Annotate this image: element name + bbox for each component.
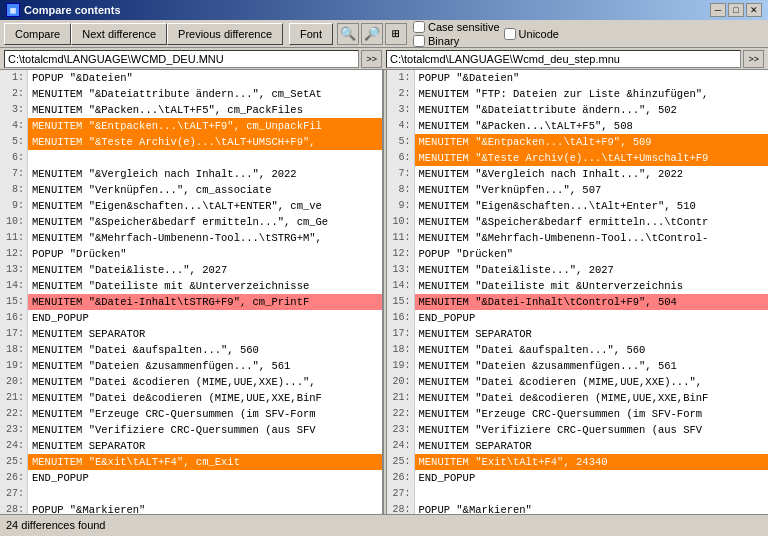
line-number: 25: xyxy=(387,454,415,470)
line-number: 5: xyxy=(387,134,415,150)
compare-button[interactable]: Compare xyxy=(4,23,71,45)
table-row: 10: MENUITEM "&Speicher&bedarf ermitteln… xyxy=(387,214,769,230)
line-content: MENUITEM "Datei &codieren (MIME,UUE,XXE)… xyxy=(28,374,316,390)
table-row: 26:END_POPUP xyxy=(0,470,382,486)
table-row: 3: MENUITEM "&Packen...\tALT+F5", cm_Pac… xyxy=(0,102,382,118)
line-content: MENUITEM "&Mehrfach-Umbenenn-Tool...\tCo… xyxy=(415,230,709,246)
unicode-checkbox[interactable] xyxy=(504,28,516,40)
line-number: 27: xyxy=(387,486,415,502)
line-content: MENUITEM SEPARATOR xyxy=(415,326,532,342)
line-number: 28: xyxy=(387,502,415,514)
font-button[interactable]: Font xyxy=(289,23,333,45)
line-number: 18: xyxy=(0,342,28,358)
search-prev-icon-btn[interactable]: 🔎 xyxy=(361,23,383,45)
line-number: 25: xyxy=(0,454,28,470)
grid-icon-btn[interactable]: ⊞ xyxy=(385,23,407,45)
table-row: 5: MENUITEM "&Teste Archiv(e)...\tALT+UM… xyxy=(0,134,382,150)
line-content: END_POPUP xyxy=(415,470,476,486)
line-number: 27: xyxy=(0,486,28,502)
table-row: 16: END_POPUP xyxy=(387,310,769,326)
line-number: 28: xyxy=(0,502,28,514)
line-content: MENUITEM "&Mehrfach-Umbenenn-Tool...\tST… xyxy=(28,230,322,246)
line-number: 11: xyxy=(0,230,28,246)
line-number: 16: xyxy=(387,310,415,326)
line-content: MENUITEM "Dateiliste mit &Unterverzeichn… xyxy=(415,278,684,294)
left-path-input[interactable] xyxy=(4,50,359,68)
table-row: 22: MENUITEM "Erzeuge CRC-Quersummen (im… xyxy=(0,406,382,422)
line-content: MENUITEM "Erzeuge CRC-Quersummen (im SFV… xyxy=(28,406,316,422)
line-content xyxy=(415,486,419,502)
line-content xyxy=(28,150,32,166)
line-number: 3: xyxy=(0,102,28,118)
line-number: 6: xyxy=(0,150,28,166)
line-content: MENUITEM "Datei de&codieren (MIME,UUE,XX… xyxy=(28,390,322,406)
line-number: 12: xyxy=(0,246,28,262)
table-row: 5: MENUITEM "&Entpacken...\tAlt+F9", 509 xyxy=(387,134,769,150)
case-sensitive-label[interactable]: Case sensitive xyxy=(413,21,500,33)
table-row: 2: MENUITEM "FTP: Dateien zur Liste &hin… xyxy=(387,86,769,102)
line-number: 22: xyxy=(387,406,415,422)
table-row: 13: MENUITEM "Datei&liste...", 2027 xyxy=(387,262,769,278)
table-row: 25: MENUITEM "Exit\tAlt+F4", 24340 xyxy=(387,454,769,470)
line-number: 8: xyxy=(0,182,28,198)
line-content: MENUITEM "Erzeuge CRC-Quersummen (im SFV… xyxy=(415,406,703,422)
path-bar: >> >> xyxy=(0,48,768,70)
minimize-button[interactable]: ─ xyxy=(710,3,726,17)
right-path-browse[interactable]: >> xyxy=(743,50,764,68)
left-path-browse[interactable]: >> xyxy=(361,50,382,68)
table-row: 28:POPUP "&Markieren" xyxy=(0,502,382,514)
table-row: 4: MENUITEM "&Entpacken...\tALT+F9", cm_… xyxy=(0,118,382,134)
search-icon-btn[interactable]: 🔍 xyxy=(337,23,359,45)
table-row: 8: MENUITEM "Verknüpfen...", 507 xyxy=(387,182,769,198)
line-content: MENUITEM "&Speicher&bedarf ermitteln..."… xyxy=(28,214,328,230)
line-number: 7: xyxy=(0,166,28,182)
table-row: 23: MENUITEM "Verifiziere CRC-Quersummen… xyxy=(387,422,769,438)
line-content: MENUITEM "Dateien &zusammenfügen...", 56… xyxy=(28,358,290,374)
line-number: 13: xyxy=(0,262,28,278)
table-row: 28:POPUP "&Markieren" xyxy=(387,502,769,514)
line-content: MENUITEM "&Speicher&bedarf ermitteln...\… xyxy=(415,214,709,230)
line-content: MENUITEM "Datei&liste...", 2027 xyxy=(28,262,227,278)
line-number: 1: xyxy=(0,70,28,86)
table-row: 18: MENUITEM "Datei &aufspalten...", 560 xyxy=(0,342,382,358)
line-number: 20: xyxy=(387,374,415,390)
line-number: 11: xyxy=(387,230,415,246)
line-content: MENUITEM "Verifiziere CRC-Quersummen (au… xyxy=(28,422,316,438)
line-content: MENUITEM "Datei &codieren (MIME,UUE,XXE)… xyxy=(415,374,703,390)
line-number: 3: xyxy=(387,102,415,118)
line-content: MENUITEM "Datei&liste...", 2027 xyxy=(415,262,614,278)
line-number: 17: xyxy=(0,326,28,342)
right-path-input[interactable] xyxy=(386,50,741,68)
line-number: 10: xyxy=(0,214,28,230)
unicode-label[interactable]: Unicode xyxy=(504,28,559,40)
line-content: MENUITEM "Dateiliste mit &Unterverzeichn… xyxy=(28,278,309,294)
table-row: 2: MENUITEM "&Dateiattribute ändern...",… xyxy=(0,86,382,102)
table-row: 21: MENUITEM "Datei de&codieren (MIME,UU… xyxy=(387,390,769,406)
main-area: 1:POPUP "&Dateien"2: MENUITEM "&Dateiatt… xyxy=(0,70,768,514)
maximize-button[interactable]: □ xyxy=(728,3,744,17)
line-content: MENUITEM "Exit\tAlt+F4", 24340 xyxy=(415,454,608,470)
line-content: MENUITEM "&Datei-Inhalt\tSTRG+F9", cm_Pr… xyxy=(28,294,309,310)
line-number: 14: xyxy=(387,278,415,294)
table-row: 15: MENUITEM "&Datei-Inhalt\tSTRG+F9", c… xyxy=(0,294,382,310)
binary-label[interactable]: Binary xyxy=(413,35,500,47)
table-row: 17: MENUITEM SEPARATOR xyxy=(0,326,382,342)
line-number: 23: xyxy=(387,422,415,438)
right-pane-content: 1:POPUP "&Dateien"2: MENUITEM "FTP: Date… xyxy=(387,70,769,514)
line-content: MENUITEM "Datei de&codieren (MIME,UUE,XX… xyxy=(415,390,709,406)
line-content xyxy=(28,486,32,502)
case-sensitive-checkbox[interactable] xyxy=(413,21,425,33)
next-diff-button[interactable]: Next difference xyxy=(71,23,167,45)
prev-diff-button[interactable]: Previous difference xyxy=(167,23,283,45)
line-content: MENUITEM "&Entpacken...\tALT+F9", cm_Unp… xyxy=(28,118,322,134)
table-row: 7: MENUITEM "&Vergleich nach Inhalt...",… xyxy=(0,166,382,182)
binary-checkbox[interactable] xyxy=(413,35,425,47)
close-button[interactable]: ✕ xyxy=(746,3,762,17)
table-row: 17: MENUITEM SEPARATOR xyxy=(387,326,769,342)
line-content: END_POPUP xyxy=(415,310,476,326)
table-row: 20: MENUITEM "Datei &codieren (MIME,UUE,… xyxy=(0,374,382,390)
line-content: MENUITEM SEPARATOR xyxy=(415,438,532,454)
left-pane: 1:POPUP "&Dateien"2: MENUITEM "&Dateiatt… xyxy=(0,70,383,514)
line-number: 2: xyxy=(387,86,415,102)
line-content: MENUITEM "FTP: Dateien zur Liste &hinzuf… xyxy=(415,86,709,102)
